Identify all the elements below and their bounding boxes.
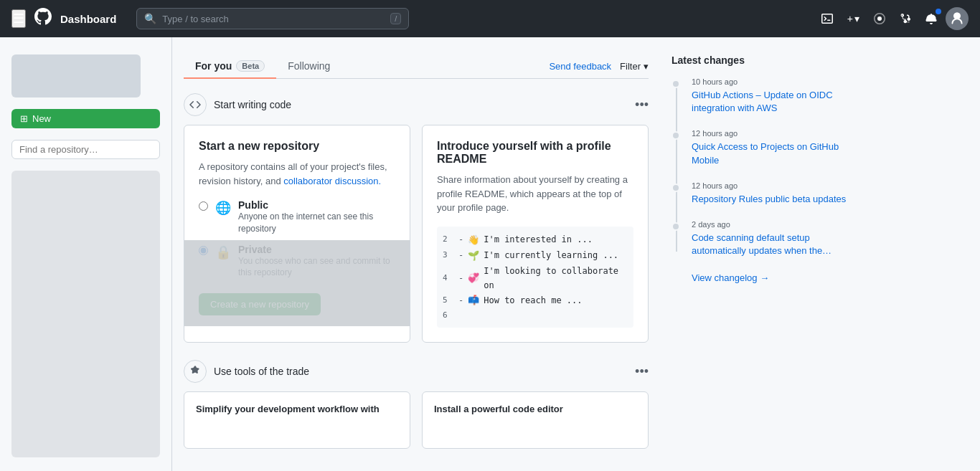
main-layout: ⊞ New For you Beta Following Send feedba… xyxy=(0,37,980,471)
search-bar[interactable]: 🔍 Type / to search / xyxy=(136,8,409,29)
start-writing-header: Start writing code ••• xyxy=(184,93,649,116)
tabs-actions: Send feedback Filter ▾ xyxy=(549,61,649,72)
start-writing-title: Start writing code xyxy=(214,99,628,110)
new-dropdown-button[interactable]: + ▾ xyxy=(842,10,865,27)
github-logo[interactable] xyxy=(34,8,52,29)
for-you-label: For you xyxy=(195,60,232,72)
profile-readme-card: Introduce yourself with a profile README… xyxy=(422,125,649,343)
filter-label: Filter xyxy=(620,61,641,72)
main-content: For you Beta Following Send feedback Fil… xyxy=(172,37,660,471)
changelog-item-1: 12 hours ago Quick Access to Projects on… xyxy=(672,129,849,166)
latest-changes-title: Latest changes xyxy=(672,54,849,66)
svg-point-0 xyxy=(877,16,882,21)
code-section-icon xyxy=(184,93,207,116)
hamburger-button[interactable]: ☰ xyxy=(11,9,26,28)
changelog-time-3: 2 days ago xyxy=(692,220,849,229)
search-icon: 🔍 xyxy=(144,13,156,24)
changelog-time-2: 12 hours ago xyxy=(692,181,846,190)
tool-card-1: Simplify your development workflow with xyxy=(184,391,410,449)
changelog-link-1[interactable]: Quick Access to Projects on GitHub Mobil… xyxy=(692,141,839,165)
plus-icon: + xyxy=(847,13,853,24)
changelog-time-1: 12 hours ago xyxy=(692,129,849,138)
sidebar-avatar xyxy=(11,54,141,97)
tools-section: Use tools of the trade ••• Simplify your… xyxy=(184,360,649,449)
sidebar-repo-list xyxy=(11,171,160,457)
changelog-item-2: 12 hours ago Repository Rules public bet… xyxy=(672,181,849,206)
profile-card-desc: Share information about yourself by crea… xyxy=(437,173,633,215)
new-repository-button[interactable]: ⊞ New xyxy=(11,109,160,128)
timeline-dot-2 xyxy=(672,184,680,192)
repo-search-input[interactable] xyxy=(11,140,160,159)
tool-card-2: Install a powerful code editor xyxy=(422,391,649,449)
changelog-link-0[interactable]: GitHub Actions – Update on OIDC integrat… xyxy=(692,90,833,113)
following-label: Following xyxy=(288,60,330,72)
code-line-4: 4 - 💞️ I'm looking to collaborate on xyxy=(443,264,628,293)
new-repo-card: Start a new repository A repository cont… xyxy=(184,125,410,343)
start-writing-more-button[interactable]: ••• xyxy=(635,97,649,113)
changelog-time-0: 10 hours ago xyxy=(692,77,849,86)
new-repo-label: New xyxy=(32,113,51,124)
tab-for-you[interactable]: For you Beta xyxy=(184,54,276,79)
terminal-button[interactable] xyxy=(816,7,839,30)
sidebar-avatar-area xyxy=(0,49,171,103)
search-shortcut: / xyxy=(390,13,401,24)
feed-tabs: For you Beta Following Send feedback Fil… xyxy=(184,54,649,79)
tab-following[interactable]: Following xyxy=(276,54,341,79)
header: ☰ Dashboard 🔍 Type / to search / + ▾ xyxy=(0,0,980,37)
code-line-6: 6 xyxy=(443,309,628,323)
copilot-button[interactable] xyxy=(868,7,891,30)
code-line-3: 3 - 🌱 I'm currently learning ... xyxy=(443,248,628,264)
profile-card-title: Introduce yourself with a profile README xyxy=(437,140,633,166)
timeline-dot-0 xyxy=(672,80,680,88)
tools-icon xyxy=(184,360,207,383)
filter-arrow: ▾ xyxy=(644,61,649,72)
changelog-item-0: 10 hours ago GitHub Actions – Update on … xyxy=(672,77,849,115)
profile-code-block: 2 - 👋 I'm interested in ... 3 - 🌱 I'm cu… xyxy=(437,227,633,328)
code-line-5: 5 - 📫 How to reach me ... xyxy=(443,292,628,308)
public-icon: 🌐 xyxy=(215,200,231,216)
changelog-link-2[interactable]: Repository Rules public beta updates xyxy=(692,194,846,204)
feature-cards: Start a new repository A repository cont… xyxy=(184,125,649,343)
notifications-button[interactable] xyxy=(920,7,943,30)
right-panel: Latest changes 10 hours ago GitHub Actio… xyxy=(660,37,861,471)
pr-button[interactable] xyxy=(894,7,917,30)
timeline-dot-1 xyxy=(672,131,680,140)
tools-section-header: Use tools of the trade ••• xyxy=(184,360,649,383)
tool-card-1-title: Simplify your development workflow with xyxy=(196,404,398,414)
tools-cards: Simplify your development workflow with … xyxy=(184,391,649,449)
public-option: 🌐 Public Anyone on the internet can see … xyxy=(199,199,395,235)
sidebar: ⊞ New xyxy=(0,37,172,471)
page-title: Dashboard xyxy=(60,13,116,25)
search-placeholder: Type / to search xyxy=(162,14,229,24)
public-desc: Anyone on the internet can see this repo… xyxy=(238,211,395,235)
tools-more-button[interactable]: ••• xyxy=(635,364,649,379)
header-actions: + ▾ xyxy=(816,7,969,30)
tool-card-2-title: Install a powerful code editor xyxy=(434,404,636,414)
notification-badge xyxy=(936,9,941,14)
repo-card-desc: A repository contains all of your projec… xyxy=(199,160,395,188)
send-feedback-link[interactable]: Send feedback xyxy=(549,61,611,72)
plus-arrow: ▾ xyxy=(854,13,859,24)
for-you-badge: Beta xyxy=(236,60,265,72)
changelog-timeline: 10 hours ago GitHub Actions – Update on … xyxy=(672,77,849,257)
card-overlay xyxy=(184,240,410,326)
new-repo-icon: ⊞ xyxy=(20,113,28,124)
public-radio[interactable] xyxy=(199,201,208,211)
changelog-item-3: 2 days ago Code scanning default setup a… xyxy=(672,220,849,257)
tools-title: Use tools of the trade xyxy=(214,366,628,377)
collaborator-link[interactable]: collaborator discussion. xyxy=(283,176,381,186)
repo-card-title: Start a new repository xyxy=(199,140,395,153)
code-line-2: 2 - 👋 I'm interested in ... xyxy=(443,232,628,248)
user-avatar[interactable] xyxy=(946,7,969,30)
changelog-link-3[interactable]: Code scanning default setup automaticall… xyxy=(692,232,831,256)
public-label: Public xyxy=(238,199,395,211)
timeline-dot-3 xyxy=(672,222,680,231)
filter-button[interactable]: Filter ▾ xyxy=(620,61,649,72)
view-changelog-link[interactable]: View changelog → xyxy=(692,272,769,283)
